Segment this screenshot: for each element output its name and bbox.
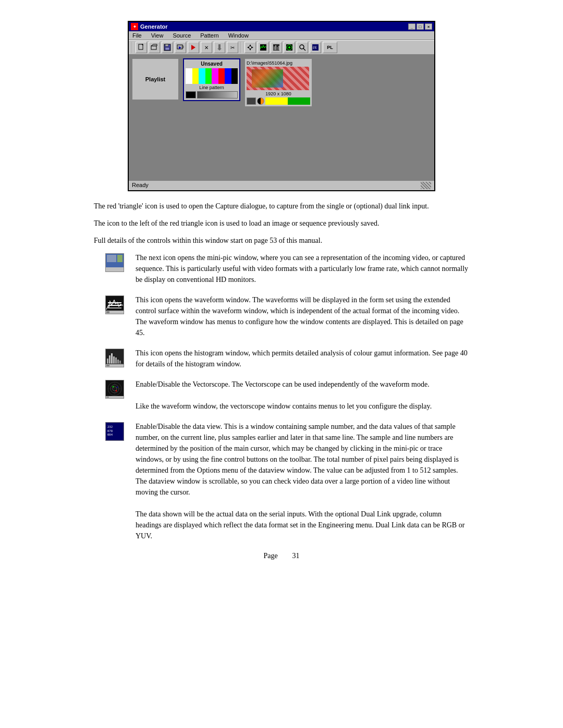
open-button[interactable] (149, 42, 160, 53)
bars-button[interactable] (271, 42, 282, 53)
bar-blue (225, 68, 231, 84)
paragraph-2: The icon to the left of the red triangle… (94, 218, 469, 229)
window-title: Generator (140, 23, 168, 30)
color-stripe (265, 97, 310, 105)
icon-row-waveform: This icon opens the waveform window. The… (94, 294, 469, 338)
playlist-label: Playlist (132, 58, 179, 100)
paragraph-7-8: Enable/Disable the Vectorscope. The Vect… (136, 379, 469, 412)
image-thumb-inner (252, 69, 283, 88)
menu-view[interactable]: View (150, 32, 165, 39)
svg-rect-47 (119, 361, 121, 364)
page-container: ✦ Generator _ □ × File View Source Patte… (0, 10, 563, 571)
toolbar: ✕ ✂ (129, 40, 434, 55)
svg-marker-3 (151, 44, 157, 46)
pattern-card-title: Unsaved (186, 61, 238, 67)
paragraph-9: Enable/Disable the data view. This is a … (136, 421, 469, 498)
delete-button[interactable]: ✕ (201, 42, 212, 53)
svg-rect-42 (109, 355, 111, 364)
bar-white (186, 68, 192, 84)
minipic-icon (105, 253, 124, 272)
pc-black-btn[interactable] (186, 91, 196, 98)
new-button[interactable] (136, 42, 147, 53)
bar-magenta (212, 68, 218, 84)
bar-yellow (192, 68, 199, 84)
svg-rect-11 (218, 44, 221, 48)
minimize-button[interactable]: _ (408, 23, 415, 30)
pattern-card: Unsaved Line pattern (183, 58, 240, 101)
icon-row-histogram: This icon opens the histogram window, wh… (94, 348, 469, 369)
svg-marker-15 (247, 46, 249, 48)
image-thumbnail (247, 67, 309, 90)
stripe-yellow (265, 97, 288, 105)
status-bar: Ready (129, 180, 434, 190)
data-button[interactable]: 232078 (310, 42, 321, 53)
pie-icon (257, 97, 264, 105)
svg-marker-16 (251, 46, 253, 48)
svg-marker-12 (217, 48, 222, 51)
svg-rect-39 (106, 311, 109, 313)
svg-marker-10 (191, 45, 195, 50)
title-bar: ✦ Generator _ □ × (129, 22, 434, 31)
save-button[interactable] (162, 42, 173, 53)
svg-rect-50 (106, 365, 109, 366)
toolbar-separator-2 (241, 42, 242, 53)
pin-button[interactable] (214, 42, 225, 53)
vectorscope-icon (105, 380, 124, 399)
image-icons (247, 97, 310, 105)
dataview-icon-container: 232 078 004 (94, 421, 136, 441)
svg-rect-8 (182, 46, 183, 48)
svg-rect-2 (151, 46, 156, 50)
grid-icon (247, 97, 256, 105)
histogram-icon-container (94, 348, 136, 367)
content-area: Playlist Unsaved Line patt (129, 55, 434, 180)
menu-pattern[interactable]: Pattern (199, 32, 220, 39)
spectrum-button[interactable] (284, 42, 295, 53)
svg-rect-20 (275, 45, 276, 50)
svg-point-25 (288, 46, 290, 48)
bar-red (218, 68, 225, 84)
image-size: 1920 x 1080 (247, 91, 310, 96)
footer-page-number: 31 (292, 552, 300, 560)
paragraph-8: Like the waveform window, the vectorscop… (136, 401, 469, 412)
bar-cyan (199, 68, 205, 84)
main-content: The red 'triangle' icon is used to open … (94, 201, 469, 560)
waveform-button[interactable] (258, 42, 269, 53)
icon-row-minipic: The next icon opens the mini-pic window,… (94, 252, 469, 285)
paragraph-9-10: Enable/Disable the data view. This is a … (136, 421, 469, 541)
generator-window: ✦ Generator _ □ × File View Source Patte… (128, 21, 435, 191)
icon-row-vectorscope: Enable/Disable the Vectorscope. The Vect… (94, 379, 469, 412)
svg-point-58 (116, 390, 117, 392)
search-button[interactable] (297, 42, 308, 53)
svg-rect-41 (107, 359, 108, 364)
scissors-button[interactable]: ✂ (227, 42, 238, 53)
toolbar-separator-1 (132, 42, 133, 53)
svg-rect-44 (113, 356, 115, 364)
waveform-icon-container (94, 294, 136, 314)
menu-source[interactable]: Source (171, 32, 192, 39)
waveform-icon (105, 295, 124, 314)
status-hatch (421, 182, 431, 189)
image-card-title: D:\Images\551064.jpg (247, 60, 310, 66)
paragraph-10: The data shown will be the actual data o… (136, 509, 469, 541)
pl-button[interactable]: PL (323, 42, 337, 53)
maximize-button[interactable]: □ (417, 23, 424, 30)
svg-rect-33 (107, 255, 116, 262)
app-icon: ✦ (131, 23, 138, 30)
pattern-card-controls (186, 91, 238, 98)
move-button[interactable] (244, 42, 256, 53)
pc-slider[interactable] (197, 91, 238, 98)
svg-rect-6 (165, 47, 169, 50)
menu-file[interactable]: File (131, 32, 143, 39)
svg-rect-43 (111, 353, 113, 364)
close-button[interactable]: × (425, 23, 432, 30)
paragraph-5: This icon opens the waveform window. The… (136, 294, 469, 338)
menu-bar: File View Source Pattern Window (129, 31, 434, 40)
footer-page-label: Page (263, 552, 277, 560)
play-button[interactable] (188, 42, 199, 53)
capture-button[interactable] (175, 42, 186, 53)
paragraph-1: The red 'triangle' icon is used to open … (94, 201, 469, 212)
title-bar-left: ✦ Generator (131, 23, 168, 30)
status-text: Ready (132, 182, 149, 189)
menu-window[interactable]: Window (227, 32, 250, 39)
svg-marker-13 (249, 44, 251, 46)
